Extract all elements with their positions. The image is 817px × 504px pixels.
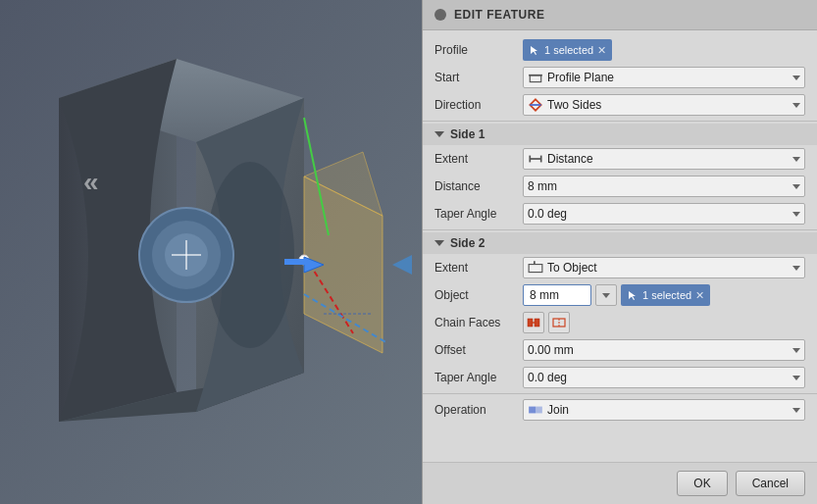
profile-selected-pill[interactable]: 1 selected ✕ — [523, 39, 612, 61]
edit-feature-dialog: EDIT FEATURE Profile 1 selected ✕ Start — [422, 0, 817, 504]
svg-rect-27 — [528, 319, 533, 327]
side2-selected-pill[interactable]: 1 selected ✕ — [621, 284, 710, 306]
operation-control: Join — [523, 399, 805, 421]
dialog-footer: OK Cancel — [423, 462, 817, 504]
side2-object-control: 1 selected ✕ — [523, 284, 805, 306]
side1-taper-value: 0.0 deg — [528, 207, 792, 221]
join-icon — [528, 402, 543, 418]
side1-taper-label: Taper Angle — [434, 207, 523, 221]
side1-extent-control: Distance — [523, 148, 805, 170]
operation-label: Operation — [434, 403, 523, 417]
side1-extent-arrow — [792, 157, 800, 162]
side2-object-row: Object 1 selected ✕ — [423, 281, 817, 309]
side2-taper-dropdown[interactable]: 0.0 deg — [523, 367, 805, 388]
start-label: Start — [434, 71, 523, 84]
direction-dropdown-arrow — [792, 103, 800, 108]
profile-clear-button[interactable]: ✕ — [597, 44, 606, 57]
side2-offset-value: 0.00 mm — [528, 343, 792, 357]
plane-icon — [528, 70, 543, 85]
profile-row: Profile 1 selected ✕ — [423, 36, 817, 64]
chain-faces-control — [523, 312, 805, 333]
distance-input-field[interactable] — [523, 284, 591, 306]
3d-viewport: « — [0, 0, 422, 504]
side1-taper-arrow — [792, 212, 800, 217]
chain-faces-label: Chain Faces — [434, 316, 523, 329]
distance-unit-dropdown[interactable] — [595, 284, 617, 306]
side2-taper-control: 0.0 deg — [523, 367, 805, 388]
extent-icon — [528, 151, 543, 167]
side1-title: Side 1 — [450, 127, 485, 141]
side1-taper-row: Taper Angle 0.0 deg — [423, 200, 817, 227]
side1-distance-row: Distance 8 mm — [423, 173, 817, 200]
side2-extent-value: To Object — [547, 261, 792, 275]
svg-rect-32 — [529, 407, 536, 414]
chain-faces-row: Chain Faces — [423, 309, 817, 336]
side1-taper-dropdown[interactable]: 0.0 deg — [523, 203, 805, 225]
chain-face-icon-2 — [552, 316, 566, 329]
side2-offset-row: Offset 0.00 mm — [423, 336, 817, 364]
operation-dropdown[interactable]: Join — [523, 399, 805, 421]
dialog-header: EDIT FEATURE — [423, 0, 817, 30]
cursor-icon — [529, 44, 540, 56]
side2-extent-row: Extent To Object — [423, 254, 817, 281]
direction-value: Two Sides — [547, 98, 792, 112]
side1-extent-value: Distance — [547, 152, 792, 166]
svg-rect-25 — [529, 265, 542, 273]
operation-dropdown-arrow — [792, 408, 800, 413]
profile-selected-text: 1 selected — [544, 44, 593, 56]
side2-object-label: Object — [434, 288, 523, 302]
side1-distance-dropdown[interactable]: 8 mm — [523, 176, 805, 197]
dialog-icon — [434, 9, 446, 21]
side1-extent-dropdown[interactable]: Distance — [523, 148, 805, 170]
divider-3 — [423, 393, 817, 394]
profile-control: 1 selected ✕ — [523, 39, 805, 61]
cursor-icon-2 — [627, 289, 638, 301]
side2-taper-arrow — [792, 376, 800, 380]
side2-offset-dropdown[interactable]: 0.00 mm — [523, 339, 805, 361]
svg-rect-18 — [530, 76, 540, 82]
side2-clear-button[interactable]: ✕ — [695, 289, 704, 302]
divider-1 — [423, 121, 817, 122]
side2-extent-dropdown[interactable]: To Object — [523, 257, 805, 278]
dialog-title: EDIT FEATURE — [454, 8, 544, 22]
operation-row: Operation Join — [423, 396, 817, 424]
start-row: Start Profile Plane — [423, 64, 817, 91]
side1-distance-arrow — [792, 184, 800, 189]
start-dropdown[interactable]: Profile Plane — [523, 67, 805, 88]
chain-face-btn-2[interactable] — [548, 312, 570, 333]
side2-expand-icon — [434, 240, 444, 246]
direction-row: Direction Two Sides — [423, 91, 817, 119]
side2-taper-row: Taper Angle 0.0 deg — [423, 364, 817, 391]
direction-dropdown[interactable]: Two Sides — [523, 94, 805, 116]
profile-label: Profile — [434, 43, 523, 57]
side2-offset-arrow — [792, 348, 800, 353]
side2-selected-text: 1 selected — [642, 289, 691, 301]
cancel-button[interactable]: Cancel — [736, 471, 805, 496]
direction-icon — [528, 97, 543, 113]
ok-button[interactable]: OK — [677, 471, 727, 496]
unit-arrow — [602, 293, 610, 298]
extent2-icon — [528, 260, 543, 276]
direction-control: Two Sides — [523, 94, 805, 116]
side1-expand-icon — [434, 131, 444, 137]
operation-value: Join — [547, 403, 792, 417]
svg-text:«: « — [83, 167, 99, 197]
divider-2 — [423, 229, 817, 230]
start-control: Profile Plane — [523, 67, 805, 88]
svg-rect-28 — [535, 319, 539, 327]
side2-offset-control: 0.00 mm — [523, 339, 805, 361]
side1-distance-label: Distance — [434, 179, 523, 193]
chain-face-btn-1[interactable] — [523, 312, 544, 333]
side1-header[interactable]: Side 1 — [423, 124, 817, 145]
side2-extent-control: To Object — [523, 257, 805, 278]
side1-extent-label: Extent — [434, 152, 523, 166]
chain-faces-icons — [523, 312, 570, 333]
svg-rect-33 — [536, 407, 542, 414]
side1-taper-control: 0.0 deg — [523, 203, 805, 225]
side2-taper-value: 0.0 deg — [528, 371, 792, 384]
side1-distance-control: 8 mm — [523, 176, 805, 197]
side2-header[interactable]: Side 2 — [423, 232, 817, 254]
svg-rect-15 — [284, 259, 306, 265]
side2-extent-arrow — [792, 266, 800, 271]
side1-distance-value: 8 mm — [528, 179, 792, 193]
